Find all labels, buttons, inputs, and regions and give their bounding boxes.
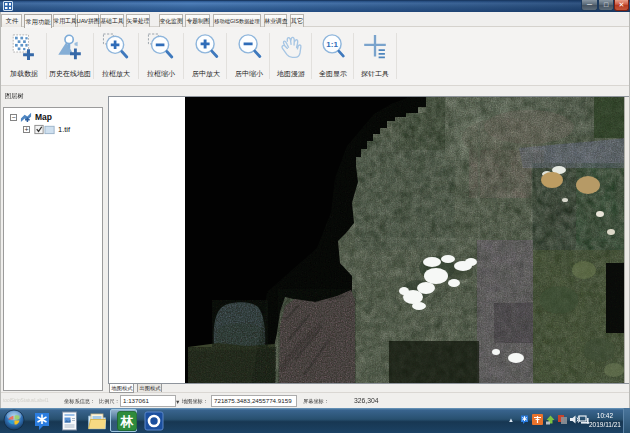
svg-text:林: 林	[120, 414, 135, 429]
svg-text:1:1: 1:1	[326, 40, 338, 49]
